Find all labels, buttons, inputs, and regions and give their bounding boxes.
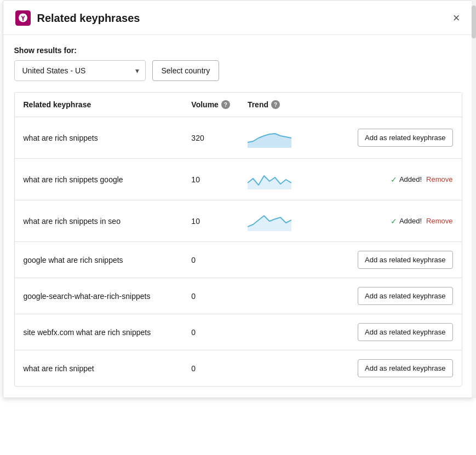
table-row: what are rich snippets320 Add as related… xyxy=(15,117,462,159)
added-label: ✓ Added! xyxy=(391,175,422,184)
volume-cell: 10 xyxy=(182,200,239,242)
keyphrase-cell: what are rich snippets google xyxy=(15,159,183,200)
added-group: ✓ Added!Remove xyxy=(391,217,453,226)
action-cell: Add as related keyphrase xyxy=(319,278,461,314)
volume-cell: 0 xyxy=(182,314,239,350)
table-row: what are rich snippets in seo10 ✓ Added!… xyxy=(15,200,462,242)
add-keyphrase-button[interactable]: Add as related keyphrase xyxy=(358,129,452,147)
keyphrase-column-header: Related keyphrase xyxy=(15,93,183,117)
table-header-row: Related keyphrase Volume ? Trend xyxy=(15,93,462,117)
action-cell: Add as related keyphrase xyxy=(319,350,461,387)
volume-column-header: Volume ? xyxy=(182,93,239,117)
show-results-label: Show results for: xyxy=(14,46,462,55)
added-label: ✓ Added! xyxy=(391,217,422,226)
volume-help-icon[interactable]: ? xyxy=(221,100,230,109)
volume-cell: 10 xyxy=(182,159,239,200)
yoast-logo-icon xyxy=(14,9,32,27)
trend-cell xyxy=(239,117,319,159)
select-country-button[interactable]: Select country xyxy=(152,60,220,81)
remove-link[interactable]: Remove xyxy=(426,175,452,183)
keyphrase-cell: site webfx.com what are rich snippets xyxy=(15,314,183,350)
close-button[interactable]: × xyxy=(451,10,462,26)
table-row: google-search-what-are-rich-snippets0Add… xyxy=(15,278,462,314)
modal-title-group: Related keyphrases xyxy=(14,9,140,27)
table-row: what are rich snippets google10 ✓ Added!… xyxy=(15,159,462,200)
table-row: what are rich snippet0Add as related key… xyxy=(15,350,462,387)
svg-marker-2 xyxy=(248,176,291,189)
country-select[interactable]: United States - US United Kingdom - UK C… xyxy=(14,60,146,81)
scrollbar-thumb[interactable] xyxy=(472,5,476,38)
trend-cell xyxy=(239,278,319,314)
table-row: google what are rich snippets0Add as rel… xyxy=(15,242,462,278)
keyphrase-cell: google-search-what-are-rich-snippets xyxy=(15,278,183,314)
keyphrases-table-container: Related keyphrase Volume ? Trend xyxy=(14,92,462,387)
keyphrase-cell: google what are rich snippets xyxy=(15,242,183,278)
add-keyphrase-button[interactable]: Add as related keyphrase xyxy=(358,323,452,341)
remove-link[interactable]: Remove xyxy=(426,217,452,225)
table-row: site webfx.com what are rich snippets0Ad… xyxy=(15,314,462,350)
volume-cell: 320 xyxy=(182,117,239,159)
modal-body: Show results for: United States - US Uni… xyxy=(3,35,473,398)
trend-cell xyxy=(239,200,319,242)
trend-column-header: Trend ? xyxy=(239,93,319,117)
volume-cell: 0 xyxy=(182,242,239,278)
trend-help-icon[interactable]: ? xyxy=(271,100,280,109)
modal-title: Related keyphrases xyxy=(37,12,140,25)
trend-cell xyxy=(239,314,319,350)
added-group: ✓ Added!Remove xyxy=(391,175,453,184)
check-icon: ✓ xyxy=(391,175,397,184)
trend-cell xyxy=(239,350,319,387)
action-cell: ✓ Added!Remove xyxy=(319,159,461,200)
volume-cell: 0 xyxy=(182,350,239,387)
keyphrase-cell: what are rich snippets xyxy=(15,117,183,159)
action-cell: Add as related keyphrase xyxy=(319,314,461,350)
action-cell: ✓ Added!Remove xyxy=(319,200,461,242)
modal-header: Related keyphrases × xyxy=(3,1,473,35)
table-body: what are rich snippets320 Add as related… xyxy=(15,117,462,387)
keyphrase-cell: what are rich snippets in seo xyxy=(15,200,183,242)
trend-cell xyxy=(239,242,319,278)
add-keyphrase-button[interactable]: Add as related keyphrase xyxy=(358,251,452,269)
scrollbar-track[interactable] xyxy=(472,0,476,398)
trend-cell xyxy=(239,159,319,200)
add-keyphrase-button[interactable]: Add as related keyphrase xyxy=(358,359,452,377)
keyphrase-cell: what are rich snippet xyxy=(15,350,183,387)
volume-cell: 0 xyxy=(182,278,239,314)
country-select-wrapper: United States - US United Kingdom - UK C… xyxy=(14,60,146,81)
keyphrases-table: Related keyphrase Volume ? Trend xyxy=(15,93,462,386)
filter-row: United States - US United Kingdom - UK C… xyxy=(14,60,462,81)
action-cell: Add as related keyphrase xyxy=(319,242,461,278)
action-column-header xyxy=(319,93,461,117)
check-icon: ✓ xyxy=(391,217,397,226)
action-cell: Add as related keyphrase xyxy=(319,117,461,159)
add-keyphrase-button[interactable]: Add as related keyphrase xyxy=(358,287,452,305)
